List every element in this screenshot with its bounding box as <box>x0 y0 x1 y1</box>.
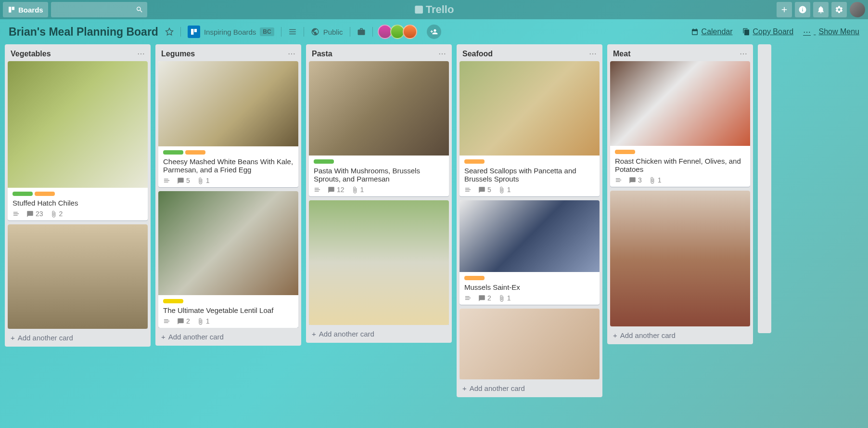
description-badge <box>13 210 20 218</box>
card-label <box>314 159 334 164</box>
card[interactable]: Pasta With Mushrooms, Brussels Sprouts, … <box>309 61 449 196</box>
notifications-button[interactable] <box>813 2 829 17</box>
list-menu-button[interactable]: ⋯ <box>137 49 145 58</box>
copy-icon <box>742 28 750 36</box>
card-title: Stuffed Hatch Chiles <box>13 199 143 207</box>
attachments-badge: 1 <box>197 317 210 325</box>
attachments-badge: 1 <box>649 176 662 184</box>
board-title[interactable]: Brian's Meal Planning Board <box>9 26 158 39</box>
comments-badge: 12 <box>328 186 345 194</box>
list-title[interactable]: Pasta <box>312 50 332 58</box>
list: Vegetables⋯Stuffed Hatch Chiles232+ Add … <box>5 44 151 347</box>
star-icon[interactable] <box>165 27 174 36</box>
card[interactable] <box>309 200 449 325</box>
add-card-button[interactable]: + Add another card <box>5 329 151 347</box>
card-title: Cheesy Mashed White Beans With Kale, Par… <box>163 157 294 174</box>
trello-logo[interactable]: Trello <box>414 3 454 16</box>
card[interactable]: Stuffed Hatch Chiles232 <box>8 61 148 220</box>
card-cover <box>309 200 449 325</box>
globe-icon <box>311 27 319 36</box>
card-cover <box>158 61 298 146</box>
settings-button[interactable] <box>831 2 847 17</box>
create-button[interactable] <box>777 2 792 17</box>
add-member-button[interactable] <box>427 25 441 39</box>
card[interactable]: Roast Chicken with Fennel, Olives, and P… <box>610 61 750 187</box>
card-title: Roast Chicken with Fennel, Olives, and P… <box>615 157 745 173</box>
list-menu-button[interactable]: ⋯ <box>740 49 747 58</box>
org-link[interactable]: Inspiring Boards BC <box>188 26 274 38</box>
copy-board-link[interactable]: Copy Board <box>742 27 794 36</box>
add-user-icon <box>430 28 438 36</box>
list-title[interactable]: Vegetables <box>11 50 51 58</box>
card[interactable]: Mussels Saint-Ex21 <box>460 200 600 305</box>
list-icon[interactable] <box>288 27 297 36</box>
topbar-right <box>777 2 865 17</box>
list-menu-button[interactable]: ⋯ <box>438 49 446 58</box>
list-title[interactable]: Meat <box>613 50 630 58</box>
info-button[interactable] <box>795 2 810 17</box>
member-avatar[interactable] <box>403 25 417 39</box>
list: Seafood⋯Seared Scallops with Pancetta an… <box>457 44 602 397</box>
description-badge <box>163 318 170 325</box>
calendar-link[interactable]: Calendar <box>691 27 733 36</box>
attachments-badge: 1 <box>351 186 364 194</box>
comments-badge: 2 <box>478 294 491 302</box>
card-label <box>163 150 183 155</box>
list: Meat⋯Roast Chicken with Fennel, Olives, … <box>607 44 753 344</box>
plus-icon <box>780 5 789 14</box>
card[interactable]: The Ultimate Vegetable Lentil Loaf21 <box>158 191 298 328</box>
card-title: Pasta With Mushrooms, Brussels Sprouts, … <box>314 167 444 183</box>
card-label <box>615 150 635 154</box>
board-canvas[interactable]: Vegetables⋯Stuffed Hatch Chiles232+ Add … <box>0 44 868 428</box>
board-members[interactable] <box>380 25 417 39</box>
comments-badge: 5 <box>177 177 190 184</box>
bell-icon <box>817 5 825 14</box>
card-cover <box>8 224 148 329</box>
attachments-badge: 1 <box>498 186 511 194</box>
visibility-button[interactable]: Public <box>311 27 343 36</box>
boards-button[interactable]: Boards <box>3 2 48 17</box>
card-cover <box>8 61 148 188</box>
list-title[interactable]: Legumes <box>161 50 195 58</box>
svg-rect-0 <box>415 6 423 14</box>
search-icon <box>136 6 143 13</box>
add-card-button[interactable]: + Add another card <box>607 326 753 344</box>
list-menu-button[interactable]: ⋯ <box>589 49 597 58</box>
attachments-badge: 1 <box>498 294 511 302</box>
list: Pasta⋯Pasta With Mushrooms, Brussels Spr… <box>306 44 452 343</box>
description-badge <box>464 295 472 302</box>
calendar-icon <box>691 28 699 36</box>
boards-label: Boards <box>18 6 43 14</box>
show-menu-link[interactable]: ⋯ Show Menu <box>803 27 859 37</box>
card-cover <box>460 61 600 156</box>
comments-badge: 3 <box>629 176 642 184</box>
card-label <box>185 150 205 155</box>
description-badge <box>163 177 170 184</box>
card-label <box>13 192 33 196</box>
trello-icon <box>414 5 424 14</box>
card-title: Seared Scallops with Pancetta and Brusse… <box>464 167 595 183</box>
org-icon <box>188 26 200 38</box>
briefcase-icon[interactable] <box>357 27 366 36</box>
card-cover <box>309 61 449 156</box>
list-menu-button[interactable]: ⋯ <box>288 49 295 58</box>
info-icon <box>798 5 807 14</box>
card[interactable]: Cheesy Mashed White Beans With Kale, Par… <box>158 61 298 187</box>
search-input[interactable] <box>51 2 147 17</box>
card[interactable] <box>460 309 600 379</box>
list-title[interactable]: Seafood <box>462 50 493 58</box>
list <box>758 44 771 333</box>
add-card-button[interactable]: + Add another card <box>457 379 602 397</box>
add-card-button[interactable]: + Add another card <box>155 328 301 346</box>
card-label <box>163 299 183 303</box>
card[interactable]: Seared Scallops with Pancetta and Brusse… <box>460 61 600 196</box>
card[interactable] <box>8 224 148 329</box>
org-badge: BC <box>260 27 274 36</box>
attachments-badge: 2 <box>50 210 63 218</box>
card-title: Mussels Saint-Ex <box>464 283 595 291</box>
board-header: Brian's Meal Planning Board Inspiring Bo… <box>0 19 868 44</box>
user-avatar[interactable] <box>850 2 865 17</box>
add-card-button[interactable]: + Add another card <box>306 325 452 343</box>
card[interactable] <box>610 191 750 326</box>
card-cover <box>460 200 600 272</box>
